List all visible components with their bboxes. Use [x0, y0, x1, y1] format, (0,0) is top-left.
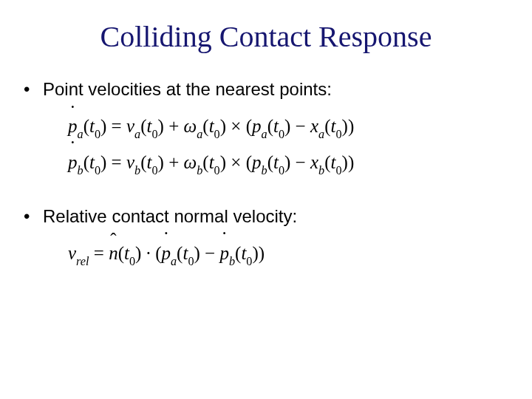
var-t: t: [124, 243, 129, 263]
lparen: (: [202, 116, 208, 136]
bullet-text: Point velocities at the nearest points:: [43, 79, 332, 99]
var-pa-dot: p: [161, 236, 171, 271]
var-t: t: [89, 116, 95, 136]
rparen: ): [220, 152, 226, 172]
var-v: v: [126, 152, 134, 172]
rparen: ): [252, 243, 258, 263]
sub-a: a: [134, 128, 140, 141]
sub-b: b: [229, 255, 235, 268]
rparen: ): [100, 152, 106, 172]
lparen: (: [140, 152, 146, 172]
sub-0: 0: [151, 128, 157, 141]
lparen: (: [324, 152, 330, 172]
var-pb-dot: p: [68, 145, 78, 180]
rparen: ): [342, 116, 348, 136]
dot-operator: ·: [146, 243, 151, 263]
var-v: v: [126, 116, 134, 136]
var-pb-dot: p: [219, 236, 229, 271]
equals: =: [112, 116, 122, 136]
sub-b: b: [197, 164, 202, 177]
lparen: (: [83, 116, 89, 136]
lparen: (: [202, 152, 208, 172]
bullet-point-velocities: Point velocities at the nearest points:: [22, 79, 510, 100]
sub-a: a: [171, 255, 177, 268]
equals: =: [94, 243, 104, 263]
lparen: (: [246, 152, 252, 172]
var-t: t: [209, 152, 214, 172]
rparen: ): [135, 243, 141, 263]
rparen: ): [194, 243, 200, 263]
sub-a: a: [197, 128, 202, 141]
sub-a: a: [318, 128, 324, 141]
rparen: ): [220, 116, 226, 136]
var-x: x: [310, 152, 318, 172]
sub-0: 0: [279, 128, 284, 141]
sub-0: 0: [279, 164, 284, 177]
sub-0: 0: [335, 128, 341, 141]
lparen: (: [83, 152, 89, 172]
var-t: t: [209, 116, 214, 136]
rparen: ): [100, 116, 106, 136]
cross: ×: [231, 116, 241, 136]
sub-rel: rel: [76, 255, 89, 268]
sub-0: 0: [188, 255, 194, 268]
sub-b: b: [134, 164, 140, 177]
var-p: p: [252, 152, 262, 172]
sub-0: 0: [95, 164, 100, 177]
bullet-relative-normal-velocity: Relative contact normal velocity:: [22, 206, 510, 227]
var-v: v: [68, 243, 76, 263]
minus: −: [296, 116, 306, 136]
var-x: x: [310, 116, 318, 136]
equals: =: [112, 152, 122, 172]
sub-0: 0: [335, 164, 341, 177]
sub-0: 0: [246, 255, 252, 268]
slide: Colliding Contact Response Point velocit…: [0, 0, 532, 399]
var-omega: ω: [184, 152, 197, 172]
plus: +: [168, 152, 179, 172]
rparen: ): [284, 116, 290, 136]
sub-a: a: [262, 128, 267, 141]
sub-0: 0: [214, 164, 220, 177]
var-omega: ω: [184, 116, 197, 136]
sub-0: 0: [129, 255, 135, 268]
sub-b: b: [78, 164, 83, 177]
var-t: t: [273, 152, 279, 172]
equation-pb-dot: pb(t0) = vb(t0) + ωb(t0) × (pb(t0) − xb(…: [68, 145, 510, 181]
plus: +: [168, 116, 179, 136]
sub-a: a: [78, 128, 83, 141]
equation-block-vrel: vrel = n(t0) · (pa(t0) − pb(t0)): [68, 236, 510, 272]
var-t: t: [89, 152, 95, 172]
var-n-hat: n: [109, 236, 118, 271]
rparen: ): [348, 116, 354, 136]
minus: −: [205, 243, 215, 263]
lparen: (: [324, 116, 330, 136]
minus: −: [296, 152, 306, 172]
var-p: p: [252, 116, 262, 136]
rparen: ): [284, 152, 290, 172]
sub-b: b: [318, 164, 324, 177]
cross: ×: [231, 152, 241, 172]
rparen: ): [158, 152, 164, 172]
lparen: (: [246, 116, 252, 136]
lparen: (: [140, 116, 146, 136]
rparen: ): [259, 243, 265, 263]
equation-pa-dot: pa(t0) = va(t0) + ωa(t0) × (pa(t0) − xa(…: [68, 109, 510, 145]
var-t: t: [273, 116, 279, 136]
lparen: (: [267, 152, 273, 172]
bullet-text: Relative contact normal velocity:: [43, 206, 297, 226]
equation-block-velocities: pa(t0) = va(t0) + ωa(t0) × (pa(t0) − xa(…: [68, 109, 510, 181]
rparen: ): [158, 116, 164, 136]
sub-b: b: [262, 164, 267, 177]
slide-title: Colliding Contact Response: [22, 19, 510, 54]
sub-0: 0: [151, 164, 157, 177]
lparen: (: [267, 116, 273, 136]
equation-vrel: vrel = n(t0) · (pa(t0) − pb(t0)): [68, 236, 510, 272]
sub-0: 0: [214, 128, 220, 141]
lparen: (: [118, 243, 124, 263]
rparen: ): [348, 152, 354, 172]
sub-0: 0: [95, 128, 100, 141]
rparen: ): [342, 152, 348, 172]
